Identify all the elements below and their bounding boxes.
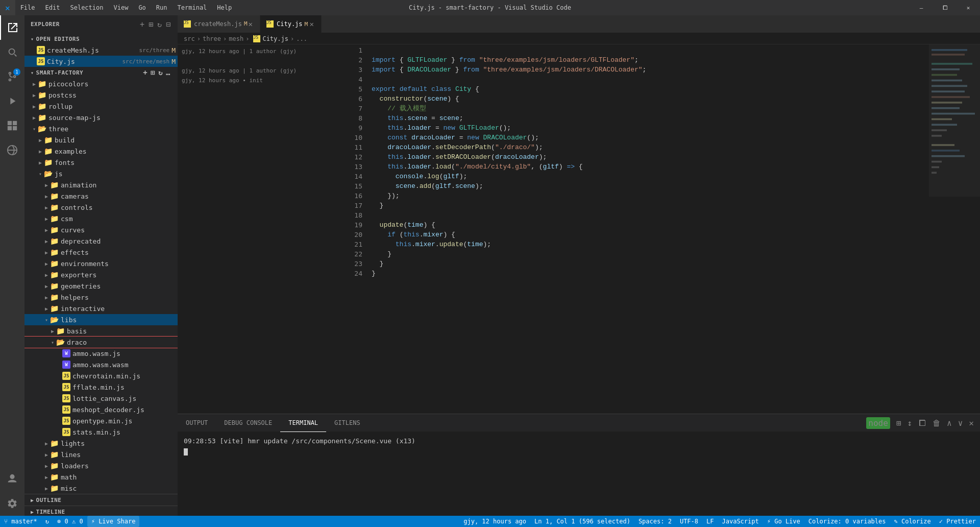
folder-picocolors[interactable]: ▶ 📁 picocolors — [24, 78, 178, 89]
status-colorize-action[interactable]: ✎ Colorize — [890, 516, 935, 527]
vscode-logo[interactable]: ✕ — [0, 0, 15, 15]
breadcrumb-mesh[interactable]: mesh — [229, 35, 243, 42]
status-git-blame[interactable]: gjy, 12 hours ago — [459, 516, 530, 527]
panel-split-icon[interactable]: ↕ — [905, 417, 914, 429]
tab-cityjs[interactable]: JS City.js M ✕ — [260, 15, 322, 33]
new-folder-icon[interactable]: ⊞ — [148, 19, 154, 30]
folder-controls[interactable]: ▶ 📁 controls — [24, 202, 178, 213]
folder-deprecated[interactable]: ▶ 📁 deprecated — [24, 235, 178, 247]
status-go-live[interactable]: ⚡ Go Live — [763, 516, 804, 527]
new-folder-proj-icon[interactable]: ⊞ — [150, 68, 156, 77]
outline-header[interactable]: ▶ OUTLINE — [24, 494, 178, 506]
folder-curves[interactable]: ▶ 📁 curves — [24, 224, 178, 235]
tab-close-cityjs[interactable]: ✕ — [309, 19, 315, 29]
maximize-button[interactable]: ⧠ — [933, 0, 957, 15]
folder-three[interactable]: ▾ 📂 three — [24, 123, 178, 134]
menu-view[interactable]: View — [108, 0, 133, 15]
file-ammo-wasm-js[interactable]: ▶ W ammo.wasm.js — [24, 348, 178, 359]
close-button[interactable]: ✕ — [957, 0, 980, 15]
folder-csm[interactable]: ▶ 📁 csm — [24, 213, 178, 224]
folder-geometries[interactable]: ▶ 📁 geometries — [24, 280, 178, 292]
folder-interactive[interactable]: ▶ 📁 interactive — [24, 303, 178, 314]
collapse-icon[interactable]: ⊟ — [165, 19, 172, 30]
file-chevrotain[interactable]: ▶ JS chevrotain.min.js — [24, 370, 178, 381]
new-file-proj-icon[interactable]: + — [142, 68, 149, 77]
status-sync[interactable]: ↻ — [41, 516, 53, 527]
folder-animation[interactable]: ▶ 📁 animation — [24, 179, 178, 190]
menu-file[interactable]: File — [15, 0, 40, 15]
folder-loaders[interactable]: ▶ 📁 loaders — [24, 460, 178, 471]
folder-source-map-js[interactable]: ▶ 📁 source-map-js — [24, 112, 178, 123]
folder-rollup[interactable]: ▶ 📁 rollup — [24, 101, 178, 112]
refresh-icon[interactable]: ↻ — [156, 19, 163, 30]
account-icon[interactable] — [0, 467, 24, 491]
tab-debug-console[interactable]: DEBUG CONSOLE — [216, 414, 280, 432]
panel-new-terminal-icon[interactable]: ⊞ — [894, 417, 903, 429]
folder-effects[interactable]: ▶ 📁 effects — [24, 247, 178, 258]
file-opentype[interactable]: ▶ JS opentype.min.js — [24, 415, 178, 426]
status-branch[interactable]: ⑂ master* — [0, 516, 41, 527]
status-position[interactable]: Ln 1, Col 1 (596 selected) — [530, 516, 634, 527]
folder-basis[interactable]: ▶ 📁 basis — [24, 325, 178, 337]
status-spaces[interactable]: Spaces: 2 — [634, 516, 676, 527]
timeline-header[interactable]: ▶ TIMELINE — [24, 506, 178, 516]
menu-selection[interactable]: Selection — [65, 0, 108, 15]
menu-terminal[interactable]: Terminal — [173, 0, 212, 15]
status-colorize[interactable]: Colorize: 0 variables — [804, 516, 890, 527]
file-ammo-wasm-wasm[interactable]: ▶ W ammo.wasm.wasm — [24, 359, 178, 370]
folder-libs[interactable]: ▾ 📂 libs — [24, 314, 178, 325]
tab-terminal[interactable]: TERMINAL — [280, 414, 326, 432]
breadcrumb-three[interactable]: three — [203, 35, 221, 42]
extensions-icon[interactable] — [0, 113, 24, 138]
status-encoding[interactable]: UTF-8 — [676, 516, 702, 527]
panel-collapse-icon[interactable]: ∧ — [945, 417, 954, 429]
minimize-button[interactable]: — — [910, 0, 933, 15]
code-editor[interactable]: gjy, 12 hours ago | 1 author (gjy) gjy, … — [178, 44, 980, 414]
panel-maximize-icon[interactable]: ∨ — [956, 417, 965, 429]
file-fflate[interactable]: ▶ JS fflate.min.js — [24, 381, 178, 393]
breadcrumb-file[interactable]: City.js — [262, 35, 288, 42]
open-editors-header[interactable]: ▾ OPEN EDITORS — [24, 33, 178, 44]
folder-helpers[interactable]: ▶ 📁 helpers — [24, 292, 178, 303]
folder-fonts[interactable]: ▶ 📁 fonts — [24, 157, 178, 168]
file-meshopt-decoder[interactable]: ▶ JS meshopt_decoder.js — [24, 404, 178, 415]
panel-layout-icon[interactable]: ⧠ — [916, 417, 928, 429]
code-content[interactable]: import { GLTFLoader } from "three/exampl… — [366, 44, 929, 414]
explorer-icon[interactable] — [0, 15, 24, 40]
open-editor-createmesh[interactable]: JS createMesh.js src/three M — [24, 44, 178, 56]
terminal-content[interactable]: 09:28:53 [vite] hmr update /src/componen… — [178, 432, 980, 516]
folder-examples[interactable]: ▶ 📁 examples — [24, 146, 178, 157]
menu-go[interactable]: Go — [133, 0, 151, 15]
folder-js[interactable]: ▾ 📂 js — [24, 168, 178, 179]
source-control-icon[interactable]: 1 — [0, 64, 24, 89]
folder-postcss[interactable]: ▶ 📁 postcss — [24, 89, 178, 101]
tab-output[interactable]: OUTPUT — [178, 414, 216, 432]
status-eol[interactable]: LF — [702, 516, 718, 527]
panel-delete-icon[interactable]: 🗑 — [930, 417, 943, 429]
folder-draco[interactable]: ▾ 📂 draco — [24, 337, 178, 348]
run-debug-icon[interactable] — [0, 89, 24, 113]
breadcrumb-src[interactable]: src — [184, 35, 195, 42]
project-section-header[interactable]: ▾ SMART-FACTORY + ⊞ ↻ … — [24, 67, 178, 78]
new-file-icon[interactable]: + — [139, 19, 145, 30]
folder-lights[interactable]: ▶ 📁 lights — [24, 438, 178, 449]
panel-close-icon[interactable]: ✕ — [967, 417, 976, 429]
remote-icon[interactable] — [0, 138, 24, 162]
menu-help[interactable]: Help — [212, 0, 237, 15]
tab-createmesh[interactable]: JS createMesh.js M ✕ — [178, 15, 260, 33]
folder-cameras[interactable]: ▶ 📁 cameras — [24, 190, 178, 202]
file-lottie-canvas[interactable]: ▶ JS lottie_canvas.js — [24, 393, 178, 404]
status-language[interactable]: JavaScript — [718, 516, 763, 527]
tab-close-createmesh[interactable]: ✕ — [248, 19, 254, 29]
settings-icon[interactable] — [0, 491, 24, 516]
folder-lines[interactable]: ▶ 📁 lines — [24, 449, 178, 460]
folder-misc[interactable]: ▶ 📁 misc — [24, 483, 178, 494]
status-prettier[interactable]: ✓ Prettier — [935, 516, 980, 527]
breadcrumb-dots[interactable]: ... — [296, 35, 307, 42]
ellipsis-proj-icon[interactable]: … — [165, 68, 172, 77]
refresh-proj-icon[interactable]: ↻ — [157, 68, 164, 77]
folder-exporters[interactable]: ▶ 📁 exporters — [24, 269, 178, 280]
menu-run[interactable]: Run — [151, 0, 173, 15]
folder-build[interactable]: ▶ 📁 build — [24, 134, 178, 146]
folder-math[interactable]: ▶ 📁 math — [24, 471, 178, 483]
